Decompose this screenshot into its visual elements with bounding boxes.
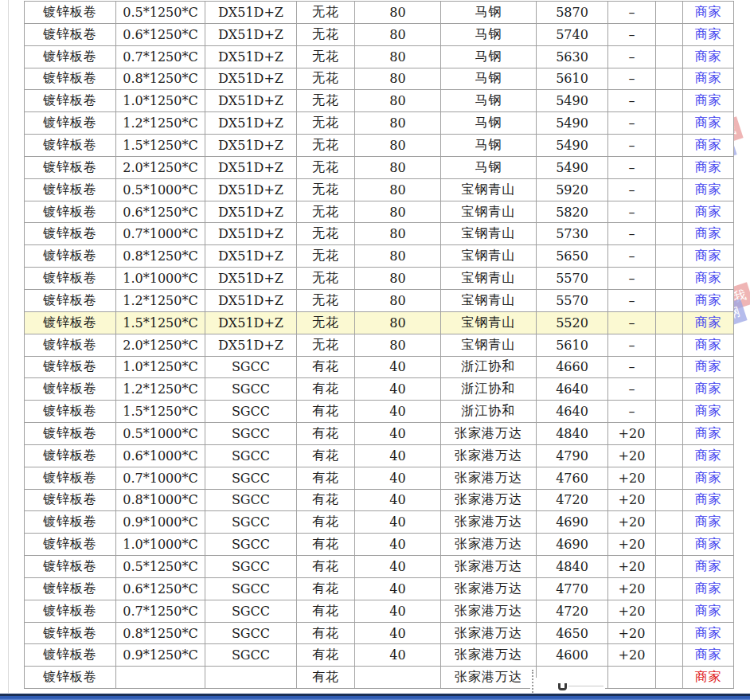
cell-change: – — [608, 90, 656, 112]
cell-extra — [656, 444, 683, 467]
cell-price: 5870 — [537, 2, 608, 24]
cell-surface: 有花 — [297, 600, 355, 622]
cell-surface: 有花 — [297, 489, 355, 511]
merchant-link[interactable]: 商家 — [695, 358, 722, 373]
cell-link: 商家 — [683, 444, 734, 467]
cell-zinc: 80 — [355, 289, 441, 311]
cell-zinc: 80 — [355, 45, 441, 68]
merchant-link[interactable]: 商家 — [695, 514, 722, 529]
merchant-link[interactable]: 商家 — [695, 204, 722, 219]
merchant-link[interactable]: 商家 — [695, 315, 722, 330]
merchant-link[interactable]: 商家 — [695, 182, 722, 197]
merchant-link[interactable]: 商家 — [695, 669, 722, 684]
merchant-link[interactable]: 商家 — [695, 248, 722, 263]
cell-surface: 有花 — [297, 511, 355, 534]
cell-price: 5490 — [537, 90, 608, 112]
merchant-link[interactable]: 商家 — [695, 448, 722, 463]
cell-material: DX51D+Z — [205, 178, 297, 201]
merchant-link[interactable]: 商家 — [695, 115, 722, 130]
merchant-link[interactable]: 商家 — [695, 70, 722, 85]
cell-surface: 无花 — [297, 289, 355, 311]
cell-extra — [656, 156, 683, 178]
cell-material: DX51D+Z — [205, 289, 297, 311]
cell-mill: 张家港万达 — [441, 467, 537, 489]
cell-extra — [656, 534, 683, 556]
cell-material: DX51D+Z — [205, 23, 297, 45]
merchant-link[interactable]: 商家 — [695, 536, 722, 551]
cell-price: 4640 — [537, 401, 608, 423]
cell-spec: 1.2*1250*C — [116, 378, 205, 401]
merchant-link[interactable]: 商家 — [695, 159, 722, 174]
merchant-link[interactable]: 商家 — [695, 292, 722, 307]
merchant-link[interactable]: 商家 — [695, 625, 722, 640]
cell-link: 商家 — [683, 156, 734, 178]
merchant-link[interactable]: 商家 — [695, 270, 722, 285]
cell-material: SGCC — [205, 577, 297, 600]
merchant-link[interactable]: 商家 — [695, 558, 722, 573]
merchant-link[interactable]: 商家 — [695, 49, 722, 64]
cell-zinc — [355, 667, 441, 689]
merchant-link[interactable]: 商家 — [695, 470, 722, 485]
cell-mill: 宝钢青山 — [441, 289, 537, 311]
cell-change: – — [608, 135, 656, 157]
merchant-link[interactable]: 商家 — [695, 137, 722, 152]
cell-price: 5920 — [537, 178, 608, 201]
cell-extra — [656, 577, 683, 600]
cell-surface: 有花 — [297, 467, 355, 489]
cell-material: DX51D+Z — [205, 201, 297, 223]
cell-price: 4650 — [537, 622, 608, 644]
cell-product: 镀锌板卷 — [25, 489, 116, 511]
merchant-link[interactable]: 商家 — [695, 381, 722, 396]
table-row: 镀锌板卷0.8*1250*CDX51D+Z无花80宝钢青山5650–商家 — [25, 245, 734, 268]
cell-product: 镀锌板卷 — [25, 178, 116, 201]
cell-zinc: 40 — [355, 356, 441, 378]
table-row: 镀锌板卷1.2*1250*CSGCC有花40浙江协和4640–商家 — [25, 378, 734, 401]
cell-price: 5520 — [537, 311, 608, 334]
cell-link: 商家 — [683, 201, 734, 223]
cell-mill: 马钢 — [441, 135, 537, 157]
merchant-link[interactable]: 商家 — [695, 26, 722, 41]
merchant-link[interactable]: 商家 — [695, 603, 722, 618]
merchant-link[interactable]: 商家 — [695, 4, 722, 19]
table-row: 镀锌板卷1.2*1250*CDX51D+Z无花80马钢5490–商家 — [25, 112, 734, 135]
cell-material: SGCC — [205, 556, 297, 578]
merchant-link[interactable]: 商家 — [695, 92, 722, 108]
cell-zinc: 80 — [355, 135, 441, 157]
floating-overlay-drag-handle[interactable] — [532, 670, 533, 695]
cell-surface: 有花 — [297, 577, 355, 600]
cell-price: 4690 — [537, 534, 608, 556]
merchant-link[interactable]: 商家 — [695, 337, 722, 352]
merchant-link[interactable]: 商家 — [695, 425, 722, 440]
cell-spec: 2.0*1250*C — [116, 156, 205, 178]
merchant-link[interactable]: 商家 — [695, 403, 722, 418]
merchant-link[interactable]: 商家 — [695, 647, 722, 662]
table-row: 镀锌板卷0.7*1000*CDX51D+Z无花80宝钢青山5730–商家 — [25, 223, 734, 245]
cell-extra — [656, 622, 683, 644]
cell-mill: 张家港万达 — [441, 511, 537, 534]
cell-material: SGCC — [205, 401, 297, 423]
merchant-link[interactable]: 商家 — [695, 581, 722, 596]
cell-surface: 无花 — [297, 112, 355, 135]
page-left-divider — [8, 0, 9, 694]
cell-product: 镀锌板卷 — [25, 311, 116, 334]
cell-spec: 0.6*1250*C — [116, 577, 205, 600]
cell-spec: 0.5*1250*C — [116, 556, 205, 578]
table-row: 镀锌板卷0.5*1250*CDX51D+Z无花80马钢5870–商家 — [25, 2, 734, 24]
cell-surface: 无花 — [297, 245, 355, 268]
cell-surface: 有花 — [297, 667, 355, 689]
cell-material: DX51D+Z — [205, 2, 297, 24]
merchant-link[interactable]: 商家 — [695, 225, 722, 241]
cell-price: 4840 — [537, 423, 608, 445]
cell-mill: 张家港万达 — [441, 556, 537, 578]
cell-change: – — [608, 178, 656, 201]
merchant-link[interactable]: 商家 — [695, 491, 722, 506]
cell-mill: 浙江协和 — [441, 401, 537, 423]
cell-surface: 无花 — [297, 2, 355, 24]
cell-product: 镀锌板卷 — [25, 135, 116, 157]
table-row: 镀锌板卷0.8*1000*CSGCC有花40张家港万达4720+20商家 — [25, 489, 734, 511]
cell-link: 商家 — [683, 622, 734, 644]
cell-surface: 无花 — [297, 23, 355, 45]
cell-product: 镀锌板卷 — [25, 556, 116, 578]
cell-link: 商家 — [683, 667, 734, 689]
cell-spec: 0.8*1250*C — [116, 245, 205, 268]
